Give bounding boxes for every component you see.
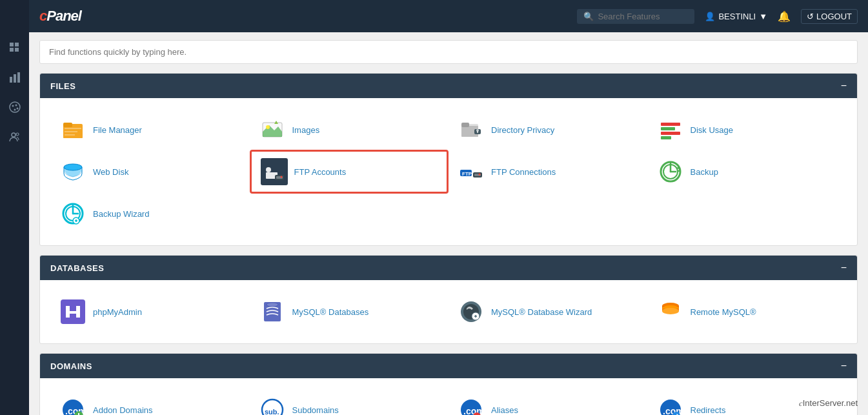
- images-item[interactable]: Images: [250, 110, 449, 150]
- databases-section-title: DATABASES: [50, 263, 104, 273]
- databases-section-body: phpMyAdmin MySQL® Databa: [40, 280, 857, 343]
- mysql-wizard-link[interactable]: MySQL® Database Wizard: [491, 307, 592, 317]
- files-section: FILES − Fil: [39, 73, 858, 246]
- files-section-header: FILES −: [40, 74, 857, 98]
- svg-rect-2: [10, 48, 14, 52]
- redirects-icon: .com: [657, 396, 684, 415]
- grid-icon[interactable]: [6, 39, 24, 57]
- directory-privacy-link[interactable]: Directory Privacy: [491, 125, 554, 135]
- ftp-connections-icon: FTP: [458, 158, 485, 185]
- svg-rect-1: [15, 43, 19, 46]
- backup-icon: [657, 158, 684, 185]
- ftp-accounts-link[interactable]: FTP Accounts: [294, 167, 347, 177]
- svg-rect-18: [65, 131, 77, 132]
- databases-collapse-button[interactable]: −: [841, 262, 847, 274]
- web-disk-icon: [59, 158, 86, 185]
- svg-point-23: [266, 125, 270, 129]
- function-search-input[interactable]: [39, 40, 858, 64]
- web-disk-link[interactable]: Web Disk: [93, 167, 128, 177]
- domains-collapse-button[interactable]: −: [841, 360, 847, 372]
- domains-section-header: DOMAINS −: [40, 354, 857, 378]
- disk-usage-icon: [657, 116, 684, 143]
- files-section-title: FILES: [50, 81, 76, 91]
- svg-rect-4: [10, 77, 12, 83]
- backup-item[interactable]: Backup: [648, 150, 847, 194]
- domains-section-title: DOMAINS: [50, 361, 92, 371]
- header-search-box: 🔍: [577, 9, 694, 24]
- subdomains-icon: sub.: [259, 396, 286, 415]
- svg-rect-19: [65, 134, 75, 136]
- remote-mysql-link[interactable]: Remote MySQL®: [691, 307, 756, 317]
- subdomains-item[interactable]: sub. Subdomains: [250, 390, 449, 415]
- addon-domains-link[interactable]: Addon Domains: [93, 405, 153, 415]
- user-icon: 👤: [705, 12, 715, 21]
- remote-mysql-item[interactable]: Remote MySQL®: [648, 292, 847, 332]
- aliases-link[interactable]: Aliases: [491, 405, 518, 415]
- mysql-wizard-item[interactable]: MySQL® Database Wizard: [449, 292, 648, 332]
- files-section-body: File Manager Images: [40, 98, 857, 245]
- disk-usage-link[interactable]: Disk Usage: [691, 125, 733, 135]
- remote-mysql-icon: [657, 298, 684, 325]
- file-manager-item[interactable]: File Manager: [50, 110, 250, 150]
- bell-icon[interactable]: 🔔: [778, 10, 791, 23]
- content-area: FILES − Fil: [29, 32, 868, 415]
- file-manager-link[interactable]: File Manager: [93, 125, 142, 135]
- directory-privacy-icon: [458, 116, 485, 143]
- svg-text:.com: .com: [463, 406, 483, 415]
- chevron-down-icon: ▼: [759, 12, 767, 21]
- users-icon[interactable]: [6, 128, 24, 146]
- ftp-connections-item[interactable]: FTP FTP Connections: [449, 150, 648, 194]
- databases-section: DATABASES − phpMyAdmin: [39, 255, 858, 344]
- directory-privacy-item[interactable]: Directory Privacy: [449, 110, 648, 150]
- header-search-input[interactable]: [598, 12, 688, 21]
- subdomains-link[interactable]: Subdomains: [292, 405, 339, 415]
- palette-icon[interactable]: [6, 98, 24, 116]
- svg-rect-6: [17, 72, 20, 83]
- svg-rect-27: [461, 123, 469, 127]
- header-right: 🔍 👤 BESTINLI ▼ 🔔 ↺ LOGOUT: [577, 9, 858, 24]
- mysql-databases-item[interactable]: MySQL® Databases: [250, 292, 449, 332]
- disk-usage-item[interactable]: Disk Usage: [648, 110, 847, 150]
- ftp-accounts-item[interactable]: FTP Accounts: [250, 150, 449, 194]
- svg-point-7: [10, 102, 20, 112]
- user-menu[interactable]: 👤 BESTINLI ▼: [705, 12, 767, 21]
- phpmyadmin-icon: [59, 298, 86, 325]
- svg-point-8: [12, 105, 14, 107]
- svg-text:FTP: FTP: [462, 171, 472, 177]
- logout-label: LOGOUT: [816, 12, 852, 21]
- svg-rect-16: [63, 123, 72, 127]
- addon-domains-item[interactable]: .com Addon Domains: [50, 390, 250, 415]
- svg-point-10: [16, 108, 18, 110]
- backup-wizard-item[interactable]: Backup Wizard: [50, 194, 250, 234]
- files-collapse-button[interactable]: −: [841, 80, 847, 92]
- svg-point-72: [662, 308, 679, 314]
- svg-rect-17: [65, 128, 81, 129]
- svg-point-39: [266, 167, 271, 172]
- aliases-item[interactable]: .com Aliases: [449, 390, 648, 415]
- phpmyadmin-link[interactable]: phpMyAdmin: [93, 307, 142, 317]
- backup-wizard-link[interactable]: Backup Wizard: [93, 209, 149, 219]
- images-link[interactable]: Images: [292, 125, 320, 135]
- web-disk-item[interactable]: Web Disk: [50, 150, 250, 194]
- svg-rect-3: [15, 48, 19, 52]
- svg-rect-32: [661, 127, 675, 130]
- mysql-databases-icon: [259, 298, 286, 325]
- phpmyadmin-item[interactable]: phpMyAdmin: [50, 292, 250, 332]
- svg-point-42: [280, 176, 282, 178]
- svg-point-11: [14, 109, 15, 111]
- mysql-databases-link[interactable]: MySQL® Databases: [292, 307, 369, 317]
- logout-icon: ↺: [807, 12, 814, 21]
- ftp-connections-link[interactable]: FTP Connections: [491, 167, 556, 177]
- svg-rect-31: [661, 123, 680, 126]
- backup-link[interactable]: Backup: [691, 167, 718, 177]
- logout-button[interactable]: ↺ LOGOUT: [801, 9, 858, 24]
- svg-rect-30: [477, 131, 478, 133]
- databases-section-header: DATABASES −: [40, 256, 857, 280]
- svg-text:sub.: sub.: [265, 408, 279, 415]
- logo: cPanel: [39, 8, 81, 25]
- aliases-icon: .com: [458, 396, 485, 415]
- svg-point-13: [16, 133, 19, 136]
- interserver-logo: 𝑐InterServer.net: [799, 398, 858, 409]
- chart-icon[interactable]: [6, 68, 24, 86]
- redirects-link[interactable]: Redirects: [691, 405, 726, 415]
